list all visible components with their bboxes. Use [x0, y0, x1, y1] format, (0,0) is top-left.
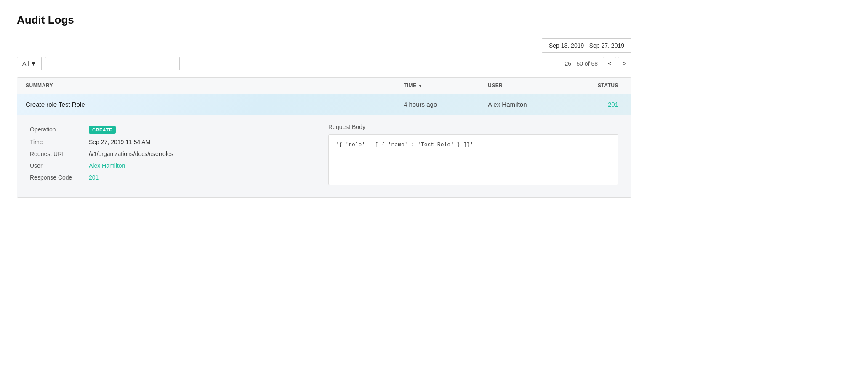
pagination-info: 26 - 50 of 58: [564, 60, 598, 67]
request-body-label: Request Body: [328, 123, 618, 130]
column-header-time[interactable]: TIME ▼: [404, 83, 488, 88]
detail-request-uri-row: Request URI /v1/organizations/docs/userr…: [30, 148, 320, 160]
time-label: Time: [30, 136, 89, 148]
filter-arrow-icon: ▼: [31, 60, 37, 67]
response-code-value: 201: [89, 172, 320, 183]
user-label: User: [30, 160, 89, 172]
detail-user-row: User Alex Hamilton: [30, 160, 320, 172]
toolbar-bottom: All ▼ 26 - 50 of 58 < >: [17, 57, 631, 70]
column-header-time-label: TIME: [404, 83, 417, 88]
search-input[interactable]: [45, 57, 180, 70]
audit-log-table: SUMMARY TIME ▼ USER STATUS Create role T…: [17, 77, 631, 198]
filter-label: All: [22, 60, 29, 67]
table-row[interactable]: Create role Test Role 4 hours ago Alex H…: [17, 94, 631, 115]
toolbar-left: All ▼: [17, 57, 180, 70]
request-uri-value: /v1/organizations/docs/userroles: [89, 148, 320, 160]
response-code-label: Response Code: [30, 172, 89, 183]
toolbar-right: 26 - 50 of 58 < >: [564, 57, 631, 70]
operation-badge: CREATE: [89, 126, 116, 134]
row-detail-panel: Operation CREATE Time Sep 27, 2019 11:54…: [17, 115, 631, 197]
page-container: Audit Logs Sep 13, 2019 - Sep 27, 2019 A…: [0, 0, 648, 206]
prev-page-button[interactable]: <: [603, 57, 616, 70]
time-value: Sep 27, 2019 11:54 AM: [89, 136, 320, 148]
user-value[interactable]: Alex Hamilton: [89, 160, 320, 172]
detail-response-code-row: Response Code 201: [30, 172, 320, 183]
column-header-summary: SUMMARY: [26, 83, 404, 88]
request-body-value: '{ 'role' : [ { 'name' : 'Test Role' } ]…: [328, 134, 618, 185]
operation-label: Operation: [30, 123, 89, 136]
row-summary-text: Create role Test Role: [26, 101, 404, 108]
toolbar-top: Sep 13, 2019 - Sep 27, 2019: [17, 38, 631, 53]
detail-right: Request Body '{ 'role' : [ { 'name' : 'T…: [328, 123, 618, 185]
date-range-button[interactable]: Sep 13, 2019 - Sep 27, 2019: [542, 38, 631, 53]
page-title: Audit Logs: [17, 13, 631, 27]
next-page-button[interactable]: >: [618, 57, 631, 70]
row-status: 201: [572, 101, 623, 108]
sort-arrow-icon: ▼: [418, 83, 423, 88]
operation-value: CREATE: [89, 123, 320, 136]
row-user: Alex Hamilton: [488, 101, 572, 108]
detail-operation-row: Operation CREATE: [30, 123, 320, 136]
request-uri-label: Request URI: [30, 148, 89, 160]
column-header-status: STATUS: [572, 83, 623, 88]
detail-time-row: Time Sep 27, 2019 11:54 AM: [30, 136, 320, 148]
table-header: SUMMARY TIME ▼ USER STATUS: [17, 78, 631, 94]
detail-left: Operation CREATE Time Sep 27, 2019 11:54…: [30, 123, 320, 185]
column-header-user: USER: [488, 83, 572, 88]
filter-dropdown[interactable]: All ▼: [17, 57, 42, 70]
row-time: 4 hours ago: [404, 101, 488, 108]
